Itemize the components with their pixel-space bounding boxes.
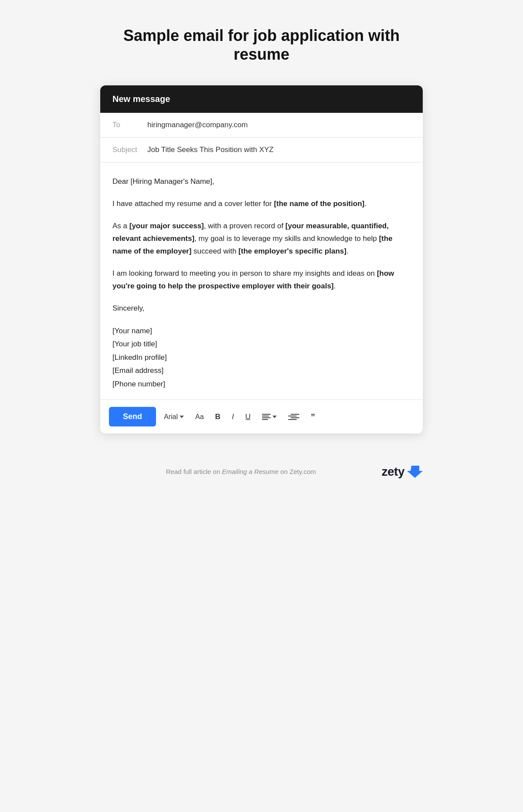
p2-prefix: As a [112, 222, 129, 230]
p1-prefix: I have attached my resume and a cover le… [112, 200, 274, 208]
italic-button[interactable]: I [228, 410, 238, 424]
blockquote-button[interactable]: ” [307, 410, 319, 424]
p2-mid1: , with a proven record of [204, 222, 285, 230]
footer-text-suffix: on Zety.com [278, 468, 316, 475]
footer-text: Read full article on Emailing a Resume o… [166, 468, 316, 475]
footer: Read full article on Emailing a Resume o… [100, 460, 423, 488]
p1-bold: [the name of the position] [274, 200, 364, 208]
bold-button[interactable]: B [212, 410, 224, 424]
footer-text-italic: Emailing a Resume [222, 468, 278, 475]
p1-suffix: . [364, 200, 367, 208]
paragraph-2: As a [your major success], with a proven… [112, 220, 411, 258]
p2-mid3: succeed with [191, 247, 238, 255]
subject-value: Job Title Seeks This Position with XYZ [147, 145, 274, 154]
align-left-button[interactable] [258, 411, 280, 423]
subject-label: Subject [112, 145, 147, 154]
email-body: Dear [Hiring Manager's Name], I have att… [100, 162, 423, 399]
sig-phone: [Phone number] [112, 378, 411, 391]
p2-bold4: [the employer's specific plans] [238, 247, 346, 255]
font-chevron-icon [180, 416, 184, 418]
font-group: Arial [160, 410, 187, 423]
sig-email: [Email address] [112, 364, 411, 378]
zety-logo: zety [382, 464, 423, 480]
zety-logo-icon [407, 464, 423, 480]
email-header: New message [100, 85, 423, 113]
to-field-row[interactable]: To hiringmanager@company.com [100, 113, 423, 138]
closing: Sincerely, [112, 302, 411, 315]
underline-button[interactable]: U [242, 410, 254, 424]
sig-job-title: [Your job title] [112, 338, 411, 351]
greeting: Dear [Hiring Manager's Name], [112, 176, 411, 188]
to-label: To [112, 121, 147, 129]
zety-wordmark: zety [382, 465, 404, 479]
indent-button[interactable] [285, 411, 303, 423]
paragraph-1: I have attached my resume and a cover le… [112, 198, 411, 210]
email-fields: To hiringmanager@company.com Subject Job… [100, 113, 423, 162]
signature: [Your name] [Your job title] [LinkedIn p… [112, 325, 411, 391]
p2-mid2: , my goal is to leverage my skills and k… [194, 234, 379, 243]
page-title: Sample email for job application with re… [109, 26, 414, 64]
p3-prefix: I am looking forward to meeting you in p… [112, 269, 377, 277]
p2-suffix: . [346, 247, 349, 255]
svg-marker-0 [407, 466, 423, 478]
subject-field-row[interactable]: Subject Job Title Seeks This Position wi… [100, 138, 423, 162]
email-toolbar: Send Arial Aa B I U [100, 399, 423, 433]
font-size-button[interactable]: Aa [192, 410, 207, 423]
paragraph-3: I am looking forward to meeting you in p… [112, 267, 411, 293]
to-value: hiringmanager@company.com [147, 121, 248, 129]
align-left-icon [262, 414, 271, 420]
p3-suffix: . [334, 282, 336, 290]
sig-linkedin: [LinkedIn profile] [112, 351, 411, 365]
sig-name: [Your name] [112, 325, 411, 338]
quote-icon: ” [311, 413, 315, 421]
align-chevron-icon [272, 416, 277, 418]
email-header-title: New message [112, 94, 170, 104]
align-group [258, 411, 280, 423]
footer-text-prefix: Read full article on [166, 468, 222, 475]
send-button[interactable]: Send [109, 407, 156, 426]
email-card: New message To hiringmanager@company.com… [100, 85, 423, 433]
p2-bold1: [your major success] [129, 222, 204, 230]
font-selector[interactable]: Arial [160, 410, 187, 423]
indent-icon [288, 414, 299, 420]
